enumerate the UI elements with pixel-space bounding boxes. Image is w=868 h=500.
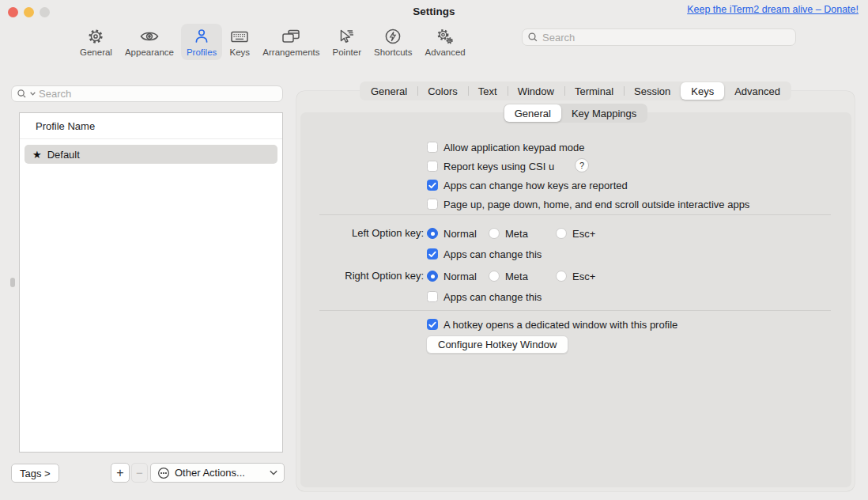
chevron-down-icon bbox=[270, 470, 277, 475]
toolbar-item-pointer[interactable]: Pointer bbox=[327, 24, 367, 60]
toolbar-item-profiles[interactable]: Profiles bbox=[181, 24, 222, 60]
profile-row-default[interactable]: ★ Default bbox=[25, 145, 277, 164]
button-label: Configure Hotkey Window bbox=[438, 339, 557, 350]
checkbox-page-scroll[interactable]: Page up, page down, home, and end scroll… bbox=[427, 198, 749, 210]
checkbox-label: Report keys using CSI u bbox=[443, 161, 554, 172]
windows-icon bbox=[281, 26, 301, 47]
checkbox-label: Apps can change this bbox=[443, 291, 542, 303]
toolbar-item-advanced[interactable]: Advanced bbox=[420, 24, 471, 60]
radio-label: Meta bbox=[505, 228, 528, 240]
profile-name: Default bbox=[47, 149, 80, 161]
radio-label: Esc+ bbox=[572, 271, 595, 282]
toolbar-item-arrangements[interactable]: Arrangements bbox=[257, 24, 325, 60]
checkbox-icon bbox=[427, 161, 438, 172]
toolbar-item-label: Profiles bbox=[187, 47, 217, 57]
checkbox-icon bbox=[427, 142, 438, 153]
toolbar-item-shortcuts[interactable]: Shortcuts bbox=[368, 24, 418, 60]
eye-icon bbox=[139, 26, 160, 47]
checkbox-label: A hotkey opens a dedicated window with t… bbox=[443, 319, 677, 331]
add-profile-button[interactable]: + bbox=[111, 463, 130, 483]
search-input[interactable] bbox=[542, 32, 791, 44]
profile-list-header: Profile Name bbox=[20, 113, 282, 139]
configure-hotkey-window-button[interactable]: Configure Hotkey Window bbox=[426, 335, 568, 354]
toolbar-item-label: Shortcuts bbox=[374, 47, 413, 57]
radio-label: Esc+ bbox=[572, 228, 595, 240]
left-option-key-label: Left Option key: bbox=[319, 227, 424, 240]
person-icon bbox=[192, 26, 211, 47]
checkbox-allow-keypad[interactable]: Allow application keypad mode bbox=[427, 141, 585, 153]
radio-selected-icon bbox=[427, 271, 438, 282]
checkbox-checked-icon bbox=[427, 248, 438, 259]
other-actions-dropdown[interactable]: Other Actions... bbox=[150, 463, 285, 483]
toolbar-search-field[interactable] bbox=[522, 28, 796, 46]
checkbox-hotkey-window[interactable]: A hotkey opens a dedicated window with t… bbox=[427, 318, 677, 331]
ellipsis-circle-icon bbox=[157, 467, 170, 479]
checkbox-checked-icon bbox=[427, 180, 438, 191]
tab-advanced[interactable]: Advanced bbox=[724, 82, 791, 100]
donate-link[interactable]: Keep the iTerm2 dream alive – Donate! bbox=[687, 4, 859, 15]
tab-window[interactable]: Window bbox=[508, 82, 564, 100]
tab-colors[interactable]: Colors bbox=[417, 82, 468, 100]
remove-profile-button: − bbox=[131, 463, 148, 483]
checkbox-label: Apps can change how keys are reported bbox=[443, 180, 628, 191]
checkbox-left-apps-change[interactable]: Apps can change this bbox=[427, 248, 542, 260]
tab-session[interactable]: Session bbox=[624, 82, 681, 100]
checkbox-icon bbox=[427, 199, 438, 210]
checkbox-right-apps-change[interactable]: Apps can change this bbox=[427, 290, 542, 303]
radio-right-normal[interactable]: Normal bbox=[427, 270, 477, 282]
toolbar-item-general[interactable]: General bbox=[74, 24, 118, 60]
help-button[interactable]: ? bbox=[575, 158, 589, 172]
toolbar-item-label: Advanced bbox=[425, 47, 466, 57]
radio-label: Normal bbox=[443, 271, 477, 282]
toolbar-item-label: General bbox=[80, 47, 112, 57]
plus-icon: + bbox=[116, 466, 123, 480]
subtab-key-mappings[interactable]: Key Mappings bbox=[561, 104, 647, 122]
toolbar-item-keys[interactable]: Keys bbox=[224, 24, 255, 60]
checkbox-apps-change-keys[interactable]: Apps can change how keys are reported bbox=[427, 179, 628, 191]
tags-button[interactable]: Tags > bbox=[11, 464, 59, 483]
cursor-icon bbox=[338, 26, 357, 47]
title-bar: Settings Keep the iTerm2 dream alive – D… bbox=[0, 0, 868, 24]
tab-keys[interactable]: Keys bbox=[681, 82, 724, 100]
radio-label: Normal bbox=[443, 228, 477, 240]
checkbox-csi-u[interactable]: Report keys using CSI u bbox=[427, 160, 554, 172]
radio-left-esc[interactable]: Esc+ bbox=[556, 227, 595, 240]
star-icon: ★ bbox=[32, 149, 42, 161]
profile-search-field[interactable] bbox=[11, 85, 283, 102]
radio-icon bbox=[489, 228, 500, 239]
radio-icon bbox=[556, 228, 567, 239]
keyboard-icon bbox=[229, 26, 250, 47]
checkbox-label: Page up, page down, home, and end scroll… bbox=[443, 199, 749, 210]
radio-icon bbox=[489, 271, 500, 282]
toolbar-item-label: Keys bbox=[230, 47, 251, 57]
radio-icon bbox=[556, 271, 567, 282]
radio-label: Meta bbox=[505, 271, 528, 282]
gear-icon bbox=[86, 26, 105, 47]
toolbar-item-label: Pointer bbox=[333, 47, 361, 57]
radio-selected-icon bbox=[427, 228, 438, 239]
toolbar-item-appearance[interactable]: Appearance bbox=[119, 24, 179, 60]
keys-subtab-bar: General Key Mappings bbox=[296, 104, 855, 123]
profile-list: Profile Name ★ Default bbox=[19, 112, 283, 453]
search-icon bbox=[527, 32, 538, 43]
separator bbox=[319, 214, 831, 215]
radio-left-meta[interactable]: Meta bbox=[489, 227, 528, 240]
search-icon bbox=[17, 89, 27, 99]
toolbar-item-label: Arrangements bbox=[262, 47, 319, 57]
radio-right-esc[interactable]: Esc+ bbox=[556, 270, 595, 282]
radio-right-meta[interactable]: Meta bbox=[489, 270, 528, 282]
checkbox-icon bbox=[427, 291, 438, 302]
tab-text[interactable]: Text bbox=[468, 82, 508, 100]
subtab-general[interactable]: General bbox=[504, 104, 561, 122]
other-actions-label: Other Actions... bbox=[175, 467, 265, 479]
separator bbox=[319, 310, 831, 311]
profile-tab-bar: General Colors Text Window Terminal Sess… bbox=[296, 81, 855, 100]
radio-left-normal[interactable]: Normal bbox=[427, 227, 477, 240]
bolt-circle-icon bbox=[383, 26, 402, 47]
profile-search-input[interactable] bbox=[39, 88, 277, 100]
tab-terminal[interactable]: Terminal bbox=[564, 82, 624, 100]
tab-general[interactable]: General bbox=[360, 82, 417, 100]
sidebar-resize-handle[interactable] bbox=[10, 278, 15, 287]
tags-button-label: Tags > bbox=[20, 468, 51, 479]
minus-icon: − bbox=[136, 466, 143, 479]
